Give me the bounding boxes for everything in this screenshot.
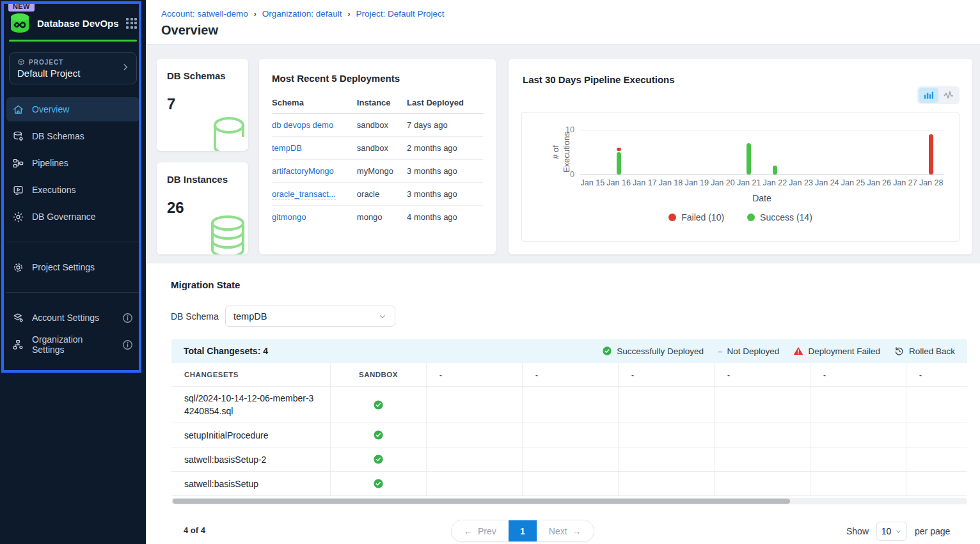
instance-cell: mongo bbox=[357, 206, 407, 229]
changeset-row: satwell:basisSetup bbox=[171, 472, 967, 496]
app-launcher-icon[interactable] bbox=[126, 18, 137, 29]
sidebar-item-label: DB Governance bbox=[32, 212, 96, 222]
legend-dot-icon bbox=[668, 214, 676, 221]
line-chart-toggle-button[interactable] bbox=[938, 88, 958, 103]
sidebar-item-label: Pipelines bbox=[32, 158, 68, 168]
page-size-control: Show 10 per page bbox=[846, 522, 950, 541]
schema-link[interactable]: db devops demo bbox=[272, 120, 333, 130]
x-tick-label: Jan 23 bbox=[789, 178, 813, 187]
last-deployed-cell: 2 months ago bbox=[407, 137, 483, 160]
accent-divider bbox=[9, 40, 137, 42]
breadcrumb-project-link[interactable]: Project: Default Project bbox=[356, 9, 444, 19]
warning-triangle-icon bbox=[793, 346, 803, 356]
sidebar-item-db-schemas[interactable]: DB Schemas bbox=[6, 124, 139, 148]
app-title: Database DevOps bbox=[37, 18, 120, 29]
next-page-button[interactable]: Next → bbox=[537, 520, 594, 541]
total-changesets-label: Total Changesets: 4 bbox=[184, 346, 268, 356]
new-badge: NEW bbox=[8, 1, 35, 12]
success-bar bbox=[773, 166, 777, 175]
changeset-name: sql/2024-10-14-12-06-member-34240854.sql bbox=[171, 387, 331, 423]
schema-link[interactable]: gitmongo bbox=[272, 212, 306, 222]
arrow-left-icon: ← bbox=[464, 526, 473, 536]
changeset-row: setupInitialProcedure bbox=[171, 423, 967, 447]
sidebar-divider bbox=[6, 292, 139, 293]
x-tick-label: Jan 17 bbox=[633, 178, 657, 187]
play-box-icon bbox=[12, 184, 24, 196]
x-tick-label: Jan 28 bbox=[919, 178, 944, 187]
schema-link[interactable]: artifactoryMongo bbox=[272, 166, 334, 176]
sidebar-divider bbox=[6, 242, 139, 242]
page-title: Overview bbox=[161, 23, 218, 38]
breadcrumb-organization-link[interactable]: Organization: default bbox=[262, 9, 342, 19]
sidebar-item-pipelines[interactable]: Pipelines bbox=[6, 151, 139, 175]
changeset-name: satwell:basisSetup bbox=[171, 472, 331, 495]
project-label-row: PROJECT bbox=[17, 58, 129, 66]
pipeline-icon bbox=[12, 157, 24, 169]
last-deployed-cell: 4 months ago bbox=[407, 206, 483, 229]
database-stack-illustration bbox=[203, 215, 248, 254]
app-window: NEW Database DevOps PROJECT Default Proj… bbox=[0, 0, 980, 544]
layers-gear-icon bbox=[12, 312, 24, 324]
changeset-name: setupInitialProcedure bbox=[171, 423, 331, 447]
sidebar-item-organization-settings[interactable]: Organization Settings bbox=[6, 332, 139, 357]
show-label: Show bbox=[846, 526, 869, 536]
horizontal-scrollbar-thumb[interactable] bbox=[173, 499, 790, 504]
sidebar-item-db-governance[interactable]: DB Governance bbox=[6, 205, 139, 229]
breadcrumb-account-link[interactable]: Account: satwell-demo bbox=[161, 9, 248, 19]
db-instances-card-title: DB Instances bbox=[167, 174, 238, 185]
sidebar-item-label: Organization Settings bbox=[32, 334, 114, 355]
project-selector[interactable]: PROJECT Default Project bbox=[9, 52, 137, 84]
schema-link[interactable]: tempDB bbox=[272, 143, 302, 153]
db-schemas-card: DB Schemas 7 bbox=[157, 59, 248, 151]
db-schema-select[interactable]: tempDB bbox=[225, 306, 395, 327]
instance-cell: sandbox bbox=[357, 114, 407, 137]
x-axis-title: Date bbox=[580, 193, 944, 203]
deployment-row: oracle_transact... oracle 3 months ago bbox=[272, 183, 483, 206]
x-tick-label: Jan 27 bbox=[893, 178, 917, 187]
recent-deployments-title: Most Recent 5 Deployments bbox=[272, 73, 483, 84]
sidebar: NEW Database DevOps PROJECT Default Proj… bbox=[0, 0, 146, 544]
legend-deployment-failed: Deployment Failed bbox=[793, 346, 880, 356]
col-dash: - bbox=[427, 363, 523, 386]
check-circle-icon bbox=[373, 430, 384, 440]
sidebar-nav: Overview DB Schemas Pipelines Executions… bbox=[0, 97, 146, 357]
sandbox-status-cell bbox=[331, 387, 427, 423]
check-circle-icon bbox=[602, 346, 612, 356]
info-icon[interactable] bbox=[122, 339, 134, 351]
instance-cell: sandbox bbox=[357, 137, 407, 160]
breadcrumb: Account: satwell-demo › Organization: de… bbox=[161, 9, 444, 19]
db-schemas-count: 7 bbox=[167, 95, 238, 113]
changeset-row: satwell:basisSetup-2 bbox=[171, 447, 967, 472]
info-icon[interactable] bbox=[122, 312, 134, 324]
page-size-select[interactable]: 10 bbox=[876, 522, 907, 541]
chart-legend: Failed (10)Success (14) bbox=[522, 212, 959, 222]
prev-page-button[interactable]: ← Prev bbox=[452, 520, 509, 541]
sidebar-item-executions[interactable]: Executions bbox=[6, 178, 139, 202]
x-tick-label: Jan 16 bbox=[606, 178, 631, 187]
legend-rolled-back: Rolled Back bbox=[894, 346, 955, 356]
sandbox-status-cell bbox=[331, 447, 427, 471]
chart-legend-item: Failed (10) bbox=[668, 212, 724, 222]
status-legend: Successfully Deployed – Not Deployed Dep… bbox=[602, 346, 955, 356]
changesets-header-row: CHANGESETS SANDBOX - - - - - - bbox=[171, 363, 967, 387]
line-chart-icon bbox=[944, 91, 954, 100]
x-tick-label: Jan 15 bbox=[581, 178, 605, 187]
x-tick-label: Jan 18 bbox=[659, 178, 683, 187]
project-name: Default Project bbox=[17, 68, 129, 79]
sidebar-item-account-settings[interactable]: Account Settings bbox=[6, 306, 139, 330]
sandbox-status-cell bbox=[331, 423, 427, 447]
page-1-button[interactable]: 1 bbox=[509, 520, 537, 541]
schema-link[interactable]: oracle_transact... bbox=[272, 189, 336, 199]
legend-successfully-deployed: Successfully Deployed bbox=[602, 346, 704, 356]
col-dash: - bbox=[810, 363, 906, 386]
chart-type-toggle bbox=[917, 86, 960, 104]
changeset-row: sql/2024-10-14-12-06-member-34240854.sql bbox=[171, 387, 967, 423]
failed-bar bbox=[617, 148, 621, 151]
sidebar-item-overview[interactable]: Overview bbox=[6, 97, 139, 121]
sidebar-item-project-settings[interactable]: Project Settings bbox=[6, 255, 139, 279]
check-circle-icon bbox=[373, 478, 384, 489]
bar-chart-toggle-button[interactable] bbox=[919, 88, 938, 103]
changesets-summary-band: Total Changesets: 4 Successfully Deploye… bbox=[171, 339, 967, 363]
bar-chart-icon bbox=[924, 91, 933, 100]
row-count-label: 4 of 4 bbox=[184, 525, 205, 535]
